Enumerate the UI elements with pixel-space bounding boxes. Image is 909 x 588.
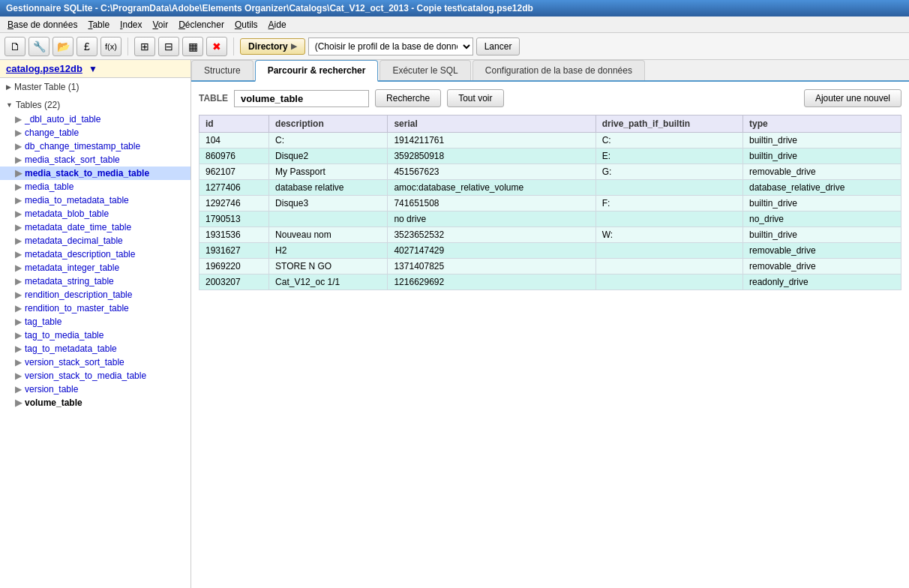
table-row[interactable]: 2003207Cat_V12_oc 1/11216629692readonly_… — [200, 274, 902, 290]
table-name-input[interactable] — [234, 90, 369, 107]
cell-serial-8[interactable]: 1371407825 — [388, 259, 596, 274]
cell-serial-5[interactable]: no drive — [388, 212, 596, 227]
cell-description-4[interactable]: Disque3 — [269, 196, 388, 212]
table-row[interactable]: 1277406database relativeamoc:database_re… — [200, 180, 902, 196]
cell-id-7[interactable]: 1931627 — [200, 243, 269, 259]
cell-id-2[interactable]: 962107 — [200, 164, 269, 180]
sidebar-item-version-stack-to-media-table[interactable]: ▶ version_stack_to_media_table — [0, 369, 190, 382]
sidebar-item-change-table[interactable]: ▶ change_table — [0, 126, 190, 140]
menu-outils[interactable]: Outils — [230, 18, 262, 32]
cell-type-4[interactable]: builtin_drive — [742, 196, 901, 212]
function-button[interactable]: f(x) — [100, 37, 122, 56]
cell-type-1[interactable]: builtin_drive — [742, 148, 901, 164]
menu-voir[interactable]: Voir — [148, 18, 172, 32]
currency-button[interactable]: £ — [76, 37, 98, 56]
sidebar-item-tag-to-metadata-table[interactable]: ▶ tag_to_metadata_table — [0, 342, 190, 356]
db-dropdown-arrow[interactable]: ▼ — [88, 64, 98, 74]
cell-id-9[interactable]: 2003207 — [200, 274, 269, 290]
sidebar-item-metadata-string-table[interactable]: ▶ metadata_string_table — [0, 274, 190, 288]
grid-button[interactable]: ⊞ — [134, 37, 155, 56]
sidebar-item-volume-table[interactable]: ▶ volume_table — [0, 396, 190, 410]
cell-serial-3[interactable]: amoc:database_relative_volume — [388, 180, 596, 196]
cell-drive_path_if_builtin-7[interactable] — [596, 243, 742, 259]
tab-3[interactable]: Configuration de la base de données — [472, 60, 645, 80]
cell-serial-6[interactable]: 3523652532 — [388, 227, 596, 243]
cell-description-7[interactable]: H2 — [269, 243, 388, 259]
table-row[interactable]: 962107My Passport451567623G:removable_dr… — [200, 164, 902, 180]
cell-drive_path_if_builtin-9[interactable] — [596, 274, 742, 290]
cell-drive_path_if_builtin-0[interactable]: C: — [596, 133, 742, 148]
cell-type-6[interactable]: builtin_drive — [742, 227, 901, 243]
sidebar-item--dbl-auto-id-table[interactable]: ▶ _dbl_auto_id_table — [0, 112, 190, 126]
profile-select[interactable]: (Choisir le profil de la base de données… — [308, 38, 473, 56]
cell-id-6[interactable]: 1931536 — [200, 227, 269, 243]
sidebar-db-header[interactable]: catalog.pse12db ▼ — [0, 60, 190, 78]
sidebar-item-media-stack-sort-table[interactable]: ▶ media_stack_sort_table — [0, 153, 190, 166]
cell-serial-4[interactable]: 741651508 — [388, 196, 596, 212]
recherche-button[interactable]: Recherche — [375, 89, 441, 107]
table-button[interactable]: ▦ — [182, 37, 203, 56]
grid2-button[interactable]: ⊟ — [158, 37, 179, 56]
menu-aide[interactable]: Aide — [264, 18, 291, 32]
cell-drive_path_if_builtin-3[interactable] — [596, 180, 742, 196]
cell-serial-7[interactable]: 4027147429 — [388, 243, 596, 259]
menu-declencher[interactable]: Déclencher — [174, 18, 229, 32]
cell-description-1[interactable]: Disque2 — [269, 148, 388, 164]
table-row[interactable]: 1931627H24027147429removable_drive — [200, 243, 902, 259]
cell-drive_path_if_builtin-5[interactable] — [596, 212, 742, 227]
cell-type-0[interactable]: builtin_drive — [742, 133, 901, 148]
sidebar-item-metadata-blob-table[interactable]: ▶ metadata_blob_table — [0, 207, 190, 220]
sidebar-item-metadata-date-time-table[interactable]: ▶ metadata_date_time_table — [0, 220, 190, 234]
table-row[interactable]: 1790513no driveno_drive — [200, 212, 902, 227]
cell-type-3[interactable]: database_relative_drive — [742, 180, 901, 196]
tout-voir-button[interactable]: Tout voir — [447, 89, 503, 107]
cell-type-7[interactable]: removable_drive — [742, 243, 901, 259]
new-db-button[interactable]: 🗋 — [4, 37, 26, 56]
menu-index[interactable]: Index — [116, 18, 146, 32]
tab-1[interactable]: Parcourir & rechercher — [255, 60, 379, 82]
table-row[interactable]: 1931536Nouveau nom3523652532W:builtin_dr… — [200, 227, 902, 243]
delete-button[interactable]: ✖ — [206, 37, 227, 56]
menu-base-de-donnees[interactable]: Base de données — [3, 18, 82, 32]
cell-serial-1[interactable]: 3592850918 — [388, 148, 596, 164]
table-row[interactable]: 1292746Disque3741651508F:builtin_drive — [200, 196, 902, 212]
cell-type-2[interactable]: removable_drive — [742, 164, 901, 180]
cell-id-3[interactable]: 1277406 — [200, 180, 269, 196]
cell-id-8[interactable]: 1969220 — [200, 259, 269, 274]
sidebar-item-version-stack-sort-table[interactable]: ▶ version_stack_sort_table — [0, 356, 190, 369]
cell-description-9[interactable]: Cat_V12_oc 1/1 — [269, 274, 388, 290]
cell-type-8[interactable]: removable_drive — [742, 259, 901, 274]
cell-type-5[interactable]: no_drive — [742, 212, 901, 227]
cell-type-9[interactable]: readonly_drive — [742, 274, 901, 290]
sidebar-tables-section[interactable]: ▼ Tables (22) — [0, 98, 190, 112]
sidebar-item-rendition-to-master-table[interactable]: ▶ rendition_to_master_table — [0, 302, 190, 315]
cell-id-4[interactable]: 1292746 — [200, 196, 269, 212]
sidebar-item-version-table[interactable]: ▶ version_table — [0, 382, 190, 396]
sidebar-item-metadata-decimal-table[interactable]: ▶ metadata_decimal_table — [0, 234, 190, 248]
cell-drive_path_if_builtin-4[interactable]: F: — [596, 196, 742, 212]
cell-description-8[interactable]: STORE N GO — [269, 259, 388, 274]
cell-id-0[interactable]: 104 — [200, 133, 269, 148]
cell-id-5[interactable]: 1790513 — [200, 212, 269, 227]
sidebar-item-metadata-description-table[interactable]: ▶ metadata_description_table — [0, 248, 190, 261]
cell-drive_path_if_builtin-1[interactable]: E: — [596, 148, 742, 164]
cell-drive_path_if_builtin-8[interactable] — [596, 259, 742, 274]
sidebar-item-rendition-description-table[interactable]: ▶ rendition_description_table — [0, 288, 190, 302]
sidebar-item-media-stack-to-media-table[interactable]: ▶ media_stack_to_media_table — [0, 166, 190, 180]
sidebar-item-tag-table[interactable]: ▶ tag_table — [0, 315, 190, 328]
sidebar-item-tag-to-media-table[interactable]: ▶ tag_to_media_table — [0, 328, 190, 342]
lancer-button[interactable]: Lancer — [476, 38, 520, 56]
table-row[interactable]: 860976Disque23592850918E:builtin_drive — [200, 148, 902, 164]
sidebar-item-db-change-timestamp-table[interactable]: ▶ db_change_timestamp_table — [0, 140, 190, 153]
cell-description-0[interactable]: C: — [269, 133, 388, 148]
menu-table[interactable]: Table — [83, 18, 114, 32]
sidebar-item-media-table[interactable]: ▶ media_table — [0, 180, 190, 194]
sidebar-master-table[interactable]: ▶ Master Table (1) — [0, 80, 190, 94]
directory-button[interactable]: Directory ▶ — [240, 38, 305, 55]
cell-drive_path_if_builtin-2[interactable]: G: — [596, 164, 742, 180]
open-button[interactable]: 📂 — [52, 37, 74, 56]
tab-0[interactable]: Structure — [191, 60, 254, 80]
tools-button[interactable]: 🔧 — [28, 37, 50, 56]
ajouter-button[interactable]: Ajouter une nouvel — [804, 89, 902, 107]
cell-id-1[interactable]: 860976 — [200, 148, 269, 164]
